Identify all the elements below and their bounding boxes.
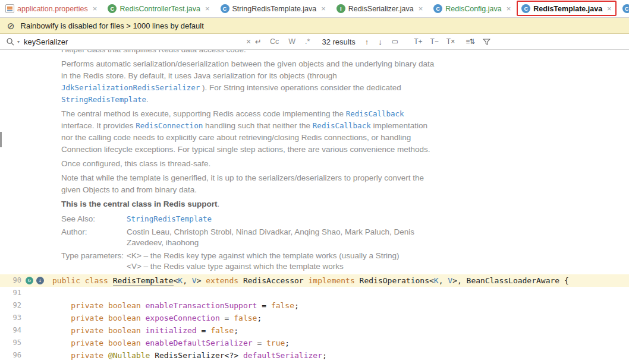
tab-redisserializer-java[interactable]: IRedisSerializer.java× <box>331 0 428 17</box>
code-token: false <box>234 314 257 322</box>
code-token: = <box>201 326 210 335</box>
doc-text: Connection lifecycle exceptions. For typ… <box>61 145 430 154</box>
java-class-icon: C <box>521 4 530 13</box>
doc-code-link[interactable]: JdkSerializationRedisSerializer <box>61 83 200 92</box>
code-text: public class RedisTemplate<K, V> extends… <box>52 274 569 287</box>
code-line-96[interactable]: 96 private @Nullable RedisSerializer<?> … <box>0 349 629 362</box>
code-text: private boolean initialized = false; <box>52 324 238 337</box>
doc-text: Performs automatic serialization/deseria… <box>61 59 434 68</box>
newline-icon[interactable]: ↵ <box>255 37 262 46</box>
code-line-92[interactable]: 92 private boolean enableTransactionSupp… <box>0 299 629 312</box>
tab-stringredistemplate-java[interactable]: CStringRedisTemplate.java× <box>215 0 331 17</box>
line-number: 94 <box>0 324 21 337</box>
tab-redisconfig-java[interactable]: CRedisConfig.java× <box>428 0 516 17</box>
doc-text: interface. It provides <box>61 121 136 130</box>
code-line-95[interactable]: 95 private boolean enableDefaultSerializ… <box>0 337 629 349</box>
code-line-93[interactable]: 93 private boolean exposeConnection = fa… <box>0 312 629 324</box>
close-tab-icon[interactable]: × <box>205 4 210 13</box>
code-token: private boolean <box>71 301 145 310</box>
results-count: 32 results <box>322 37 355 46</box>
implement-gutter-icon[interactable] <box>36 277 44 284</box>
doc-line: Zavedeev, ihaohong <box>127 238 414 248</box>
java-interface-icon: I <box>336 4 345 13</box>
doc-text: The central method is execute, supportin… <box>61 109 346 118</box>
doc-code-link[interactable]: RedisConnection <box>136 121 203 130</box>
code-token: false <box>271 301 294 310</box>
code-line-94[interactable]: 94 private boolean initialized = false; <box>0 324 629 337</box>
code-token: K <box>178 276 183 285</box>
doc-meta-section: See Also:StringRedisTemplateAuthor:Costi… <box>61 214 629 272</box>
doc-line: Costin Leau, Christoph Strobl, Ninad Div… <box>127 227 414 238</box>
search-options-icon[interactable]: ≡⇅ <box>466 37 474 46</box>
tab-redistemplate-java[interactable]: CRedisTemplate.java× <box>516 0 617 17</box>
filter-exclude-icon[interactable]: T× <box>446 37 455 46</box>
code-token <box>52 338 71 347</box>
code-token <box>52 351 71 360</box>
code-text: private boolean enableTransactionSupport… <box>52 299 299 312</box>
code-line-90[interactable]: 90public class RedisTemplate<K, V> exten… <box>0 274 629 287</box>
tab-label: RedisConfig.java <box>445 5 502 13</box>
recycle-gutter-icon[interactable] <box>26 277 33 284</box>
code-token <box>52 326 71 335</box>
notification-banner: ⊘ Rainbowify is disabled for files > 100… <box>0 18 629 34</box>
clear-search-icon[interactable]: × <box>246 37 251 46</box>
match-case-toggle[interactable]: Cc <box>270 37 279 46</box>
previous-occurrence-icon[interactable]: ↑ <box>365 37 369 46</box>
doc-line: given Objects to and from binary data. <box>61 184 629 196</box>
search-filter-group: T+T−T× <box>414 37 455 46</box>
close-tab-icon[interactable]: × <box>607 4 612 13</box>
code-token: = <box>225 314 234 322</box>
doc-code-link[interactable]: StringRedisTemplate <box>127 214 212 223</box>
select-all-matches-icon[interactable]: ▭ <box>392 37 398 46</box>
doc-text: ). For String intensive operations consi… <box>200 83 401 92</box>
next-occurrence-icon[interactable]: ↓ <box>378 37 382 46</box>
code-token: V <box>448 276 452 285</box>
java-class-icon: C <box>433 4 442 13</box>
filter-add-icon[interactable]: T+ <box>414 37 422 46</box>
filter-funnel-icon[interactable] <box>483 38 490 46</box>
close-tab-icon[interactable]: × <box>93 4 98 13</box>
doc-paragraph: Note that while the template is generifi… <box>61 172 629 196</box>
editor[interactable]: Helper class that simplifies Redis data … <box>0 50 629 364</box>
tab-application-properties[interactable]: application.properties× <box>0 0 102 17</box>
code-token: , <box>439 276 448 285</box>
code-token: public class <box>52 276 113 285</box>
left-stripe-marker[interactable] <box>0 132 2 147</box>
tab-label: RedisControllerTest.java <box>119 5 200 13</box>
close-tab-icon[interactable]: × <box>507 4 511 13</box>
filter-remove-icon[interactable]: T− <box>430 37 439 46</box>
search-field[interactable]: ▾ keySerializer × ↵ <box>6 37 262 46</box>
code-token: = <box>257 338 266 347</box>
doc-line: StringRedisTemplate. <box>61 94 629 106</box>
code-token: false <box>210 326 234 335</box>
line-number: 93 <box>0 312 21 324</box>
close-tab-icon[interactable]: × <box>321 4 326 13</box>
banner-text: Rainbowify is disabled for files > 1000 … <box>21 21 204 30</box>
doc-code-link[interactable]: RedisCallback <box>346 109 404 118</box>
code-token: private boolean <box>71 326 145 335</box>
words-toggle[interactable]: W <box>288 37 295 46</box>
doc-line: in the Redis store. By default, it uses … <box>61 70 629 82</box>
code-token: exposeConnection <box>146 314 225 322</box>
gutter[interactable] <box>21 277 52 284</box>
code-token: defaultSerializer <box>243 351 322 360</box>
doc-meta-value: StringRedisTemplate <box>127 214 212 224</box>
doc-code-link[interactable]: RedisCallback <box>313 121 371 130</box>
java-class-icon: C <box>622 4 629 13</box>
code-token: ; <box>257 314 262 322</box>
close-tab-icon[interactable]: × <box>419 4 423 13</box>
doc-code-link[interactable]: StringRedisTemplate <box>61 95 146 104</box>
search-input[interactable]: keySerializer <box>24 37 242 46</box>
tab-c[interactable]: CC <box>617 0 629 17</box>
code-line-91[interactable]: 91 <box>0 287 629 299</box>
tab-label: StringRedisTemplate.java <box>232 5 317 13</box>
regex-toggle[interactable]: .* <box>305 37 310 46</box>
find-toolbar: ▾ keySerializer × ↵ CcW.* 32 results ↑ ↓… <box>0 34 629 50</box>
search-history-chevron-icon[interactable]: ▾ <box>17 39 20 45</box>
doc-line: This is the central class in Redis suppo… <box>61 198 629 210</box>
code-token: RedisAccessor <box>243 276 309 285</box>
code-token: RedisTemplate <box>113 276 174 286</box>
tab-rediscontrollertest-java[interactable]: CRedisControllerTest.java× <box>102 0 215 17</box>
code-token: > <box>197 276 206 285</box>
tab-bar: application.properties×CRedisControllerT… <box>0 0 629 18</box>
